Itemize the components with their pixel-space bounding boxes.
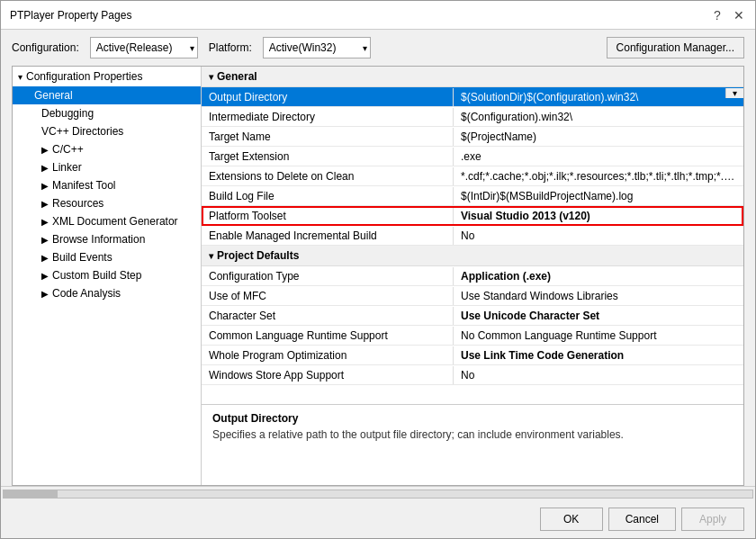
prop-name-extensions: Extensions to Delete on Clean [202,167,454,185]
tree-item-manifest-tool[interactable]: ▶ Manifest Tool [13,176,201,194]
prop-name-buildlog: Build Log File [202,187,454,205]
general-section-arrow: ▾ [209,72,213,82]
prop-name-managed: Enable Managed Incremental Build [202,227,454,245]
prop-platform-toolset[interactable]: Platform Toolset Visual Studio 2013 (v12… [202,206,743,226]
platform-select[interactable]: Active(Win32) [263,37,371,58]
config-label: Configuration: [12,41,79,54]
xml-arrow: ▶ [41,217,49,227]
tree-item-xml-doc[interactable]: ▶ XML Document Generator [13,212,201,230]
prop-value-config-type: Application (.exe) [454,267,743,285]
tree-root[interactable]: ▾ Configuration Properties [13,67,201,86]
project-defaults-arrow: ▾ [209,251,213,261]
config-manager-button[interactable]: Configuration Manager... [607,37,744,58]
prop-clr[interactable]: Common Language Runtime Support No Commo… [202,326,743,346]
prop-extensions-clean[interactable]: Extensions to Delete on Clean *.cdf;*.ca… [202,166,743,186]
tree-item-custom-build[interactable]: ▶ Custom Build Step [13,266,201,284]
scrollbar-track[interactable] [3,490,753,499]
scrollbar-thumb[interactable] [4,490,58,498]
config-select-wrapper[interactable]: Active(Release) [90,37,198,58]
prop-name-output-dir: Output Directory [202,88,454,106]
tree-item-vc-directories[interactable]: VC++ Directories [13,122,201,140]
prop-output-directory[interactable]: Output Directory $(SolutionDir)$(Configu… [202,87,743,107]
scrollbar-row[interactable] [1,486,755,500]
platform-select-wrapper[interactable]: Active(Win32) [263,37,371,58]
prop-store-app[interactable]: Windows Store App Support No [202,365,743,385]
prop-name-charset: Character Set [202,307,454,325]
prop-value-extensions: *.cdf;*.cache;*.obj;*.ilk;*.resources;*.… [454,167,743,185]
prop-name-wpo: Whole Program Optimization [202,346,454,364]
project-defaults-label: Project Defaults [217,249,299,262]
config-row: Configuration: Active(Release) Platform:… [1,30,755,66]
button-row: OK Cancel Apply [1,500,755,538]
prop-name-target: Target Name [202,128,454,146]
prop-value-buildlog: $(IntDir)$(MSBuildProjectName).log [454,187,743,205]
prop-name-toolset: Platform Toolset [202,207,454,225]
close-button[interactable]: ✕ [732,8,746,22]
cpp-arrow: ▶ [41,145,49,155]
manifest-arrow: ▶ [41,181,49,191]
left-panel: ▾ Configuration Properties General Debug… [13,67,202,485]
prop-value-clr: No Common Language Runtime Support [454,327,743,345]
general-section-label: General [217,70,257,83]
prop-value-toolset: Visual Studio 2013 (v120) [454,207,743,225]
prop-value-mfc: Use Standard Windows Libraries [454,287,743,305]
properties-table: ▾ General Output Directory $(SolutionDir… [202,67,743,404]
prop-target-name[interactable]: Target Name $(ProjectName) [202,127,743,147]
tree-item-linker[interactable]: ▶ Linker [13,158,201,176]
prop-value-store: No [454,366,743,384]
prop-managed-build[interactable]: Enable Managed Incremental Build No [202,226,743,246]
tree-root-label: Configuration Properties [26,70,142,83]
prop-name-config-type: Configuration Type [202,267,454,285]
prop-name-mfc: Use of MFC [202,287,454,305]
prop-name-ext: Target Extension [202,148,454,166]
config-select[interactable]: Active(Release) [90,37,198,58]
ok-button[interactable]: OK [540,508,603,531]
info-panel: Output Directory Specifies a relative pa… [202,404,743,485]
prop-value-target: $(ProjectName) [454,128,743,146]
main-content: ▾ Configuration Properties General Debug… [12,66,744,486]
code-analysis-arrow: ▶ [41,289,49,299]
prop-use-mfc[interactable]: Use of MFC Use Standard Windows Librarie… [202,286,743,306]
linker-arrow: ▶ [41,163,49,173]
title-bar-buttons: ? ✕ [710,8,746,22]
prop-name-clr: Common Language Runtime Support [202,327,454,345]
prop-value-intermediate: $(Configuration).win32\ [454,108,743,126]
title-bar: PTPlayer Property Pages ? ✕ [1,1,755,30]
prop-value-output-dir: $(SolutionDir)$(Configuration).win32\ [454,88,725,106]
tree-item-debugging[interactable]: Debugging [13,104,201,122]
tree-item-browse-info[interactable]: ▶ Browse Information [13,230,201,248]
tree-item-build-events[interactable]: ▶ Build Events [13,248,201,266]
cancel-button[interactable]: Cancel [608,508,676,531]
build-events-arrow: ▶ [41,253,49,263]
output-dir-dropdown[interactable]: ▾ [725,88,743,98]
prop-intermediate-dir[interactable]: Intermediate Directory $(Configuration).… [202,107,743,127]
browse-arrow: ▶ [41,235,49,245]
prop-target-ext[interactable]: Target Extension .exe [202,147,743,166]
resources-arrow: ▶ [41,199,49,209]
prop-config-type[interactable]: Configuration Type Application (.exe) [202,266,743,286]
tree-item-cpp[interactable]: ▶ C/C++ [13,140,201,158]
prop-name-intermediate: Intermediate Directory [202,108,454,126]
prop-value-managed: No [454,227,743,245]
custom-build-arrow: ▶ [41,271,49,281]
tree-item-resources[interactable]: ▶ Resources [13,194,201,212]
property-pages-dialog: PTPlayer Property Pages ? ✕ Configuratio… [0,0,756,539]
prop-wpo[interactable]: Whole Program Optimization Use Link Time… [202,346,743,365]
tree-root-arrow: ▾ [18,72,22,82]
right-panel: ▾ General Output Directory $(SolutionDir… [202,67,743,485]
tree-item-general[interactable]: General [13,86,201,104]
general-section-header: ▾ General [202,67,743,87]
info-panel-title: Output Directory [212,412,733,425]
prop-value-charset: Use Unicode Character Set [454,307,743,325]
tree-item-code-analysis[interactable]: ▶ Code Analysis [13,284,201,302]
dialog-title: PTPlayer Property Pages [10,9,131,22]
platform-label: Platform: [209,41,252,54]
help-button[interactable]: ? [710,8,724,22]
prop-value-wpo: Use Link Time Code Generation [454,346,743,364]
prop-build-log[interactable]: Build Log File $(IntDir)$(MSBuildProject… [202,186,743,206]
project-defaults-section-header: ▾ Project Defaults [202,246,743,266]
info-panel-text: Specifies a relative path to the output … [212,428,733,441]
prop-charset[interactable]: Character Set Use Unicode Character Set [202,306,743,326]
prop-value-output-dir-wrapper: $(SolutionDir)$(Configuration).win32\ ▾ [454,88,743,106]
apply-button[interactable]: Apply [681,508,744,531]
